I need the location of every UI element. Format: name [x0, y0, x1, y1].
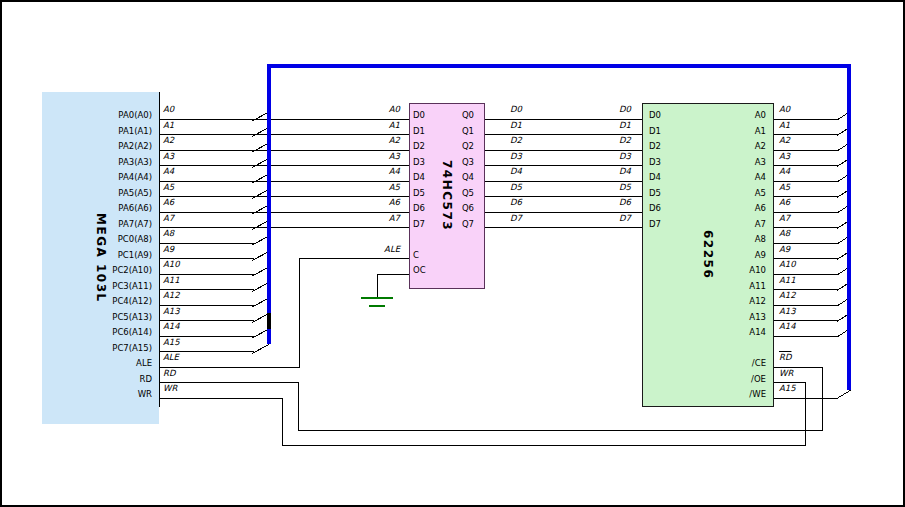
latch-pin-label: D5 [413, 189, 425, 198]
sram-pin-label: D0 [649, 111, 661, 120]
net-label: A9 [779, 245, 790, 254]
mcu-pin-label: PA5(A5) [118, 189, 152, 198]
mcu-pin-label: PC4(A12) [112, 297, 152, 306]
mcu-pin-label: WR [138, 390, 152, 399]
sram-pin-label: D1 [649, 127, 661, 136]
latch-pin-label: Q5 [462, 189, 474, 198]
mcu-pin-label: PC7(A15) [112, 344, 152, 353]
sram-pin-label: /OE [751, 375, 766, 384]
ground-symbol [361, 298, 393, 306]
net-label: A6 [779, 198, 790, 207]
latch-pin-label: D1 [413, 127, 425, 136]
net-label: A15 [779, 384, 796, 393]
sram-pin-label: A3 [755, 158, 766, 167]
net-label: A0 [389, 105, 400, 114]
latch-pin-label: Q2 [462, 142, 474, 151]
sram-pin-label: D3 [649, 158, 661, 167]
net-label: A7 [779, 214, 790, 223]
net-label: A10 [779, 260, 796, 269]
net-label: A8 [779, 229, 790, 238]
sram-pin-label: A8 [755, 235, 766, 244]
net-label: D7 [510, 214, 522, 223]
sram-pin-label: A14 [749, 328, 766, 337]
net-label: A2 [389, 136, 400, 145]
net-label: A11 [163, 276, 180, 285]
net-label: A5 [163, 183, 174, 192]
net-label: A11 [779, 276, 796, 285]
mcu-pin-label: PC3(A11) [112, 282, 152, 291]
net-label: A5 [779, 183, 790, 192]
net-label: D3 [619, 152, 631, 161]
net-label: D6 [510, 198, 522, 207]
sram-pin-label: A1 [755, 127, 766, 136]
net-label: A7 [389, 214, 400, 223]
net-label: A4 [779, 167, 790, 176]
sram-pin-label: D5 [649, 189, 661, 198]
latch-pin-label: D3 [413, 158, 425, 167]
net-label: WR [779, 369, 793, 378]
net-label: A13 [779, 307, 796, 316]
net-label: A3 [779, 152, 790, 161]
sram-pin-label: /CE [752, 359, 766, 368]
latch-pin-label: D7 [413, 220, 425, 229]
mcu-pin-label: PC6(A14) [112, 328, 152, 337]
net-label: D5 [619, 183, 631, 192]
net-label: D3 [510, 152, 522, 161]
mcu-pin-label: PA1(A1) [118, 127, 152, 136]
net-label: A9 [163, 245, 174, 254]
sram-pin-label: A11 [749, 282, 766, 291]
net-label: D7 [619, 214, 631, 223]
net-label: A1 [389, 121, 400, 130]
net-label: D6 [619, 198, 631, 207]
mcu-pin-label: PA7(A7) [118, 220, 152, 229]
mcu-pin-label: PA2(A2) [118, 142, 152, 151]
sram-pin-label: A13 [749, 313, 766, 322]
net-label: A2 [163, 136, 174, 145]
net-label: D2 [510, 136, 522, 145]
mcu-pin-label: PC0(A8) [118, 235, 152, 244]
net-label: A5 [389, 183, 400, 192]
sram-pin-label: A12 [749, 297, 766, 306]
sram-pin-label: A0 [755, 111, 766, 120]
latch-pin-label: D4 [413, 173, 425, 182]
latch-pin-label: Q3 [462, 158, 474, 167]
net-label: A0 [163, 105, 174, 114]
mcu-pin-label: PA0(A0) [118, 111, 152, 120]
schematic-canvas: MEGA 103L 74HC573 62256 PA0(A0)PA1(A1)PA… [0, 0, 905, 507]
net-label: A13 [163, 307, 180, 316]
net-label: D1 [619, 121, 631, 130]
latch-pin-label: Q1 [462, 127, 474, 136]
net-label: A1 [779, 121, 790, 130]
latch-pin-label: OC [413, 266, 426, 275]
sram-pin-label: D4 [649, 173, 661, 182]
mcu-pin-label: PA6(A6) [118, 204, 152, 213]
net-label: A0 [779, 105, 790, 114]
net-label: D1 [510, 121, 522, 130]
sram-chip-title: 62256 [701, 230, 715, 279]
net-label: WR [163, 384, 177, 393]
latch-pin-label: Q0 [462, 111, 474, 120]
sram-pin-label: A10 [749, 266, 766, 275]
net-label: D2 [619, 136, 631, 145]
net-label: A1 [163, 121, 174, 130]
sram-pin-label: D7 [649, 220, 661, 229]
net-label: RD [163, 369, 175, 378]
net-label: A15 [163, 338, 180, 347]
net-label: A3 [163, 152, 174, 161]
latch-pin-label: C [413, 251, 419, 260]
latch-pin-label: Q6 [462, 204, 474, 213]
sram-pin-label: D6 [649, 204, 661, 213]
net-label: A14 [163, 322, 180, 331]
net-label: A10 [163, 260, 180, 269]
mcu-pin-label: PC5(A13) [112, 313, 152, 322]
net-label: ALE [163, 353, 179, 362]
sram-pin-label: A5 [755, 189, 766, 198]
mcu-pin-label: PA4(A4) [118, 173, 152, 182]
net-label: A8 [163, 229, 174, 238]
latch-pin-label: D0 [413, 111, 425, 120]
mcu-pin-label: RD [140, 375, 152, 384]
sram-pin-label: A6 [755, 204, 766, 213]
net-label: A3 [389, 152, 400, 161]
mcu-pin-label: ALE [136, 359, 152, 368]
sram-pin-label: D2 [649, 142, 661, 151]
